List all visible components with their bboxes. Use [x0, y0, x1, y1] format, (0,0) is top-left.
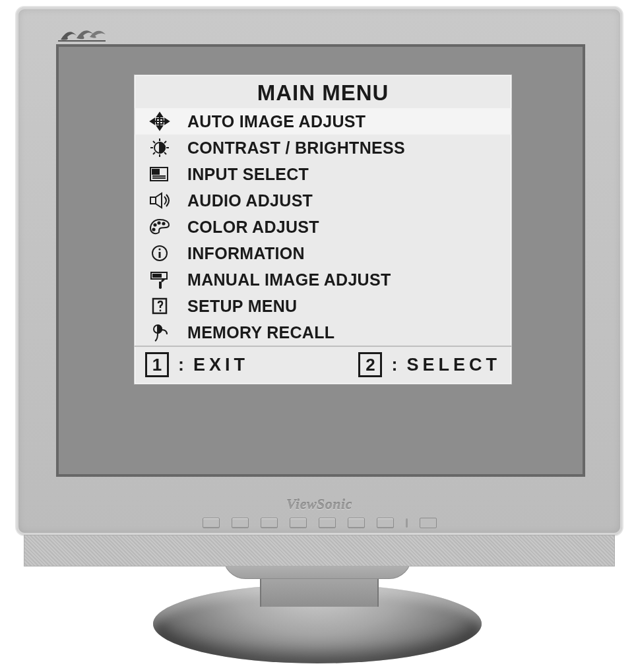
svg-point-28 — [160, 310, 162, 312]
physical-button[interactable] — [203, 518, 220, 528]
svg-point-19 — [158, 222, 160, 224]
svg-line-10 — [164, 141, 166, 143]
brand-label: ViewSonic — [16, 496, 622, 513]
physical-button[interactable] — [290, 518, 307, 528]
manual-adjust-icon — [146, 268, 173, 291]
physical-button[interactable] — [261, 518, 278, 528]
recall-icon — [146, 321, 173, 344]
svg-line-12 — [164, 152, 166, 154]
colon: : — [389, 355, 400, 375]
svg-rect-0 — [58, 40, 106, 42]
menu-item-label: MEMORY RECALL — [187, 323, 502, 342]
footer-action-exit[interactable]: EXIT — [193, 355, 249, 375]
menu-item-label: MANUAL IMAGE ADJUST — [187, 270, 502, 290]
svg-point-18 — [154, 224, 156, 226]
setup-icon — [146, 295, 173, 317]
physical-button[interactable] — [348, 518, 365, 528]
osd-main-menu: MAIN MENU AUTO IMAGE ADJUST — [134, 75, 512, 384]
svg-rect-26 — [153, 274, 161, 277]
power-button[interactable] — [420, 518, 437, 528]
osd-footer: 1 : EXIT 2 : SELECT — [135, 346, 511, 384]
audio-icon — [146, 189, 173, 212]
viewsonic-birds-logo — [57, 22, 108, 44]
menu-item-label: AUDIO ADJUST — [187, 191, 502, 210]
screen-bezel: MAIN MENU AUTO IMAGE ADJUST — [56, 44, 585, 477]
menu-item-input-select[interactable]: INPUT SELECT — [135, 161, 511, 187]
menu-item-label: INFORMATION — [187, 244, 502, 263]
svg-line-11 — [153, 152, 155, 154]
speaker-grille — [24, 535, 615, 566]
menu-item-information[interactable]: INFORMATION — [135, 240, 511, 266]
menu-item-label: INPUT SELECT — [187, 165, 502, 184]
auto-adjust-icon — [146, 110, 173, 133]
menu-item-setup-menu[interactable]: SETUP MENU — [135, 293, 511, 319]
svg-line-9 — [153, 141, 155, 143]
svg-point-23 — [158, 248, 160, 250]
menu-item-audio-adjust[interactable]: AUDIO ADJUST — [135, 187, 511, 214]
svg-rect-14 — [152, 169, 159, 174]
input-select-icon — [146, 163, 173, 185]
button-separator — [406, 518, 408, 528]
menu-item-label: SETUP MENU — [187, 297, 502, 316]
monitor-frame: MAIN MENU AUTO IMAGE ADJUST — [15, 6, 623, 536]
keycap-1: 1 — [145, 352, 169, 377]
menu-item-label: AUTO IMAGE ADJUST — [187, 112, 502, 131]
menu-item-auto-image-adjust[interactable]: AUTO IMAGE ADJUST — [135, 108, 511, 135]
footer-action-select[interactable]: SELECT — [406, 355, 501, 375]
physical-button[interactable] — [377, 518, 394, 528]
osd-title: MAIN MENU — [135, 75, 511, 108]
colon: : — [175, 355, 187, 375]
menu-item-label: CONTRAST / BRIGHTNESS — [187, 138, 502, 158]
menu-item-contrast-brightness[interactable]: CONTRAST / BRIGHTNESS — [135, 135, 511, 161]
svg-point-21 — [152, 228, 154, 230]
keycap-2: 2 — [358, 352, 382, 377]
front-panel-buttons — [16, 517, 622, 529]
svg-point-20 — [162, 222, 164, 224]
info-icon — [146, 242, 173, 264]
menu-item-manual-image-adjust[interactable]: MANUAL IMAGE ADJUST — [135, 266, 511, 293]
physical-button[interactable] — [319, 518, 336, 528]
brightness-icon — [146, 137, 173, 159]
palette-icon — [146, 216, 173, 238]
display-area: MAIN MENU AUTO IMAGE ADJUST — [59, 47, 583, 474]
physical-button[interactable] — [232, 518, 249, 528]
menu-item-label: COLOR ADJUST — [187, 218, 502, 237]
menu-item-memory-recall[interactable]: MEMORY RECALL — [135, 319, 511, 346]
svg-rect-17 — [150, 197, 156, 204]
menu-item-color-adjust[interactable]: COLOR ADJUST — [135, 214, 511, 240]
